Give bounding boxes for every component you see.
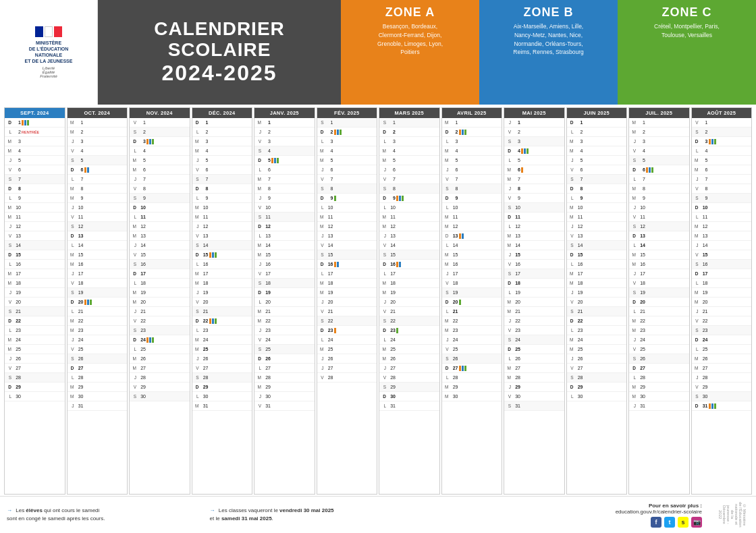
- day-row: S26: [68, 354, 128, 364]
- day-row: J27: [317, 364, 377, 373]
- day-row: J20: [317, 298, 377, 307]
- day-row: V9: [504, 194, 564, 203]
- month-jun-header: JUIN 2025: [567, 108, 627, 118]
- day-row: D27: [68, 364, 128, 373]
- day-row: D3: [130, 137, 190, 146]
- day-row: D27: [629, 364, 689, 373]
- day-row: M29: [68, 383, 128, 392]
- day-row: S15: [317, 250, 377, 260]
- instagram-icon[interactable]: 📷: [691, 517, 702, 528]
- day-row: D20: [68, 298, 128, 307]
- day-row: M17: [5, 269, 65, 279]
- day-row: S8: [379, 184, 439, 194]
- day-row: J24: [68, 335, 128, 345]
- day-row: M8: [68, 184, 128, 194]
- day-row: V29: [692, 383, 752, 392]
- day-row: M10: [5, 203, 65, 213]
- day-row: M25: [567, 345, 627, 354]
- day-row: J14: [130, 241, 190, 250]
- day-row: D27: [442, 364, 502, 373]
- day-row: M19: [130, 288, 190, 298]
- footer: → Les élèves qui ont cours le samedisont…: [0, 496, 756, 533]
- day-row: L30: [567, 392, 627, 401]
- day-row: L2RENTRÉE: [5, 128, 65, 137]
- day-row: J19: [5, 288, 65, 298]
- day-row: M20: [130, 298, 190, 307]
- day-row: M29: [442, 383, 502, 392]
- day-row: D16: [317, 260, 377, 269]
- day-row: M6: [130, 165, 190, 175]
- day-row: M11: [192, 213, 252, 222]
- day-row: J10: [68, 203, 128, 213]
- day-row: J13: [379, 231, 439, 241]
- day-row: M11: [379, 213, 439, 222]
- facebook-icon[interactable]: f: [651, 517, 662, 528]
- months-grid: SEPT. 2024 D1 L2RENTRÉE M3 M4 J5 V6 S7 D…: [3, 105, 753, 496]
- month-feb: FÉV. 2025 S1 D2 L3 M4 M5 J6 V7 S8 D9 L10…: [317, 107, 378, 495]
- month-sept-header: SEPT. 2024: [5, 108, 65, 118]
- snapchat-icon[interactable]: s: [678, 517, 688, 528]
- day-row: D29: [5, 383, 65, 392]
- day-row: V21: [317, 307, 377, 316]
- month-oct-header: OCT. 2024: [68, 108, 128, 118]
- day-row: J2: [254, 128, 315, 137]
- day-row: L3: [379, 137, 439, 146]
- day-row: V20: [192, 298, 252, 307]
- month-apr-header: AVRIL 2025: [442, 108, 502, 118]
- day-row: L21: [68, 307, 128, 316]
- day-row: M14: [504, 241, 564, 250]
- day-row: D24: [130, 335, 190, 345]
- day-row: V27: [5, 364, 65, 373]
- day-row: J5: [192, 156, 252, 165]
- day-row: D6: [68, 165, 128, 175]
- day-row: V27: [192, 364, 252, 373]
- day-row: J5: [567, 156, 627, 165]
- day-row: M8: [254, 184, 315, 194]
- day-row: D15: [5, 250, 65, 260]
- day-row: M7: [504, 175, 564, 184]
- day-row: L17: [317, 269, 377, 279]
- day-row: S1: [317, 118, 377, 128]
- day-row: M1: [442, 118, 502, 128]
- day-row: J30: [254, 392, 315, 401]
- day-row: L24: [379, 335, 439, 345]
- day-row: M4: [567, 146, 627, 156]
- day-row: V28: [379, 373, 439, 383]
- month-mar-header: MARS 2025: [379, 108, 439, 118]
- day-row: D8: [5, 184, 65, 194]
- day-row: M30: [442, 392, 502, 401]
- day-row: M1: [68, 118, 128, 128]
- day-row: L17: [379, 269, 439, 279]
- day-row: M23: [442, 326, 502, 335]
- day-row: V13: [567, 231, 627, 241]
- day-row: M30: [68, 392, 128, 401]
- day-row: S30: [130, 392, 190, 401]
- day-row: D8: [192, 184, 252, 194]
- day-row: M17: [567, 269, 627, 279]
- day-row: D1: [5, 118, 65, 128]
- zone-a-cities: Besançon, Bordeaux,Clermont-Ferrand, Dij…: [341, 22, 479, 62]
- day-row: D18: [504, 279, 564, 288]
- day-row: J14: [692, 241, 752, 250]
- header: MINISTÈREDE L'ÉDUCATIONNATIONALEET DE LA…: [0, 0, 756, 105]
- day-row: J12: [567, 222, 627, 231]
- day-row: M18: [567, 279, 627, 288]
- day-row: L30: [5, 392, 65, 401]
- twitter-icon[interactable]: t: [664, 517, 675, 528]
- day-row: M4: [379, 146, 439, 156]
- day-row: M4: [5, 146, 65, 156]
- day-row: V24: [254, 335, 315, 345]
- day-row: M24: [567, 335, 627, 345]
- day-row: M26: [130, 354, 190, 364]
- day-row: M3: [192, 137, 252, 146]
- day-row: S16: [130, 260, 190, 269]
- day-row: M27: [504, 364, 564, 373]
- day-row: J17: [68, 269, 128, 279]
- day-row: J15: [504, 250, 564, 260]
- day-row: M6: [692, 165, 752, 175]
- day-row: D26: [254, 354, 315, 364]
- day-row: D20: [442, 298, 502, 307]
- day-row: S7: [5, 175, 65, 184]
- note1-text: Les élèves qui ont cours le samedisont e…: [7, 507, 105, 522]
- day-row: M28: [254, 373, 315, 383]
